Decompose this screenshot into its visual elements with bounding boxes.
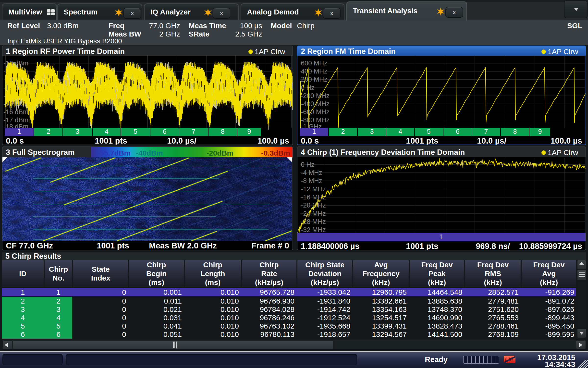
svg-text:2: 2 (47, 128, 50, 135)
svg-text:4: 4 (398, 128, 402, 135)
svg-text:600 MHz: 600 MHz (301, 60, 327, 67)
svg-text:2: 2 (341, 128, 345, 135)
svg-text:400 MHz: 400 MHz (301, 68, 327, 75)
svg-text:-4 MHz: -4 MHz (301, 169, 322, 176)
svg-text:6: 6 (456, 128, 459, 135)
svg-text:8: 8 (513, 128, 517, 135)
svg-text:3: 3 (370, 128, 374, 135)
svg-text:-24 MHz: -24 MHz (301, 210, 326, 217)
svg-text:-16 dBm: -16 dBm (3, 108, 28, 116)
svg-text:-200 MHz: -200 MHz (301, 92, 330, 99)
svg-text:-800 MHz: -800 MHz (301, 116, 330, 124)
svg-text:1: 1 (312, 128, 316, 135)
svg-text:7: 7 (484, 128, 488, 135)
svg-text:0 Hz: 0 Hz (301, 161, 315, 168)
svg-text:1: 1 (439, 233, 443, 241)
svg-text:-600 MHz: -600 MHz (301, 108, 330, 116)
svg-text:4: 4 (105, 128, 108, 135)
svg-text:6: 6 (163, 128, 166, 135)
svg-text:9: 9 (247, 128, 251, 135)
svg-text:200 MHz: 200 MHz (301, 76, 327, 83)
svg-text:-400 MHz: -400 MHz (301, 100, 330, 108)
svg-text:9: 9 (538, 128, 542, 135)
svg-text:8: 8 (221, 128, 224, 135)
svg-text:-8 MHz: -8 MHz (301, 177, 322, 184)
svg-text:7: 7 (192, 128, 195, 135)
svg-text:1: 1 (17, 128, 21, 135)
svg-text:-17 dBm: -17 dBm (3, 116, 28, 124)
svg-text:5: 5 (427, 128, 430, 135)
svg-text:5: 5 (134, 128, 137, 135)
svg-text:-12 MHz: -12 MHz (301, 185, 326, 193)
svg-text:3: 3 (75, 128, 79, 135)
svg-text:-32 MHz: -32 MHz (301, 226, 326, 233)
svg-text:-16 MHz: -16 MHz (301, 194, 326, 201)
